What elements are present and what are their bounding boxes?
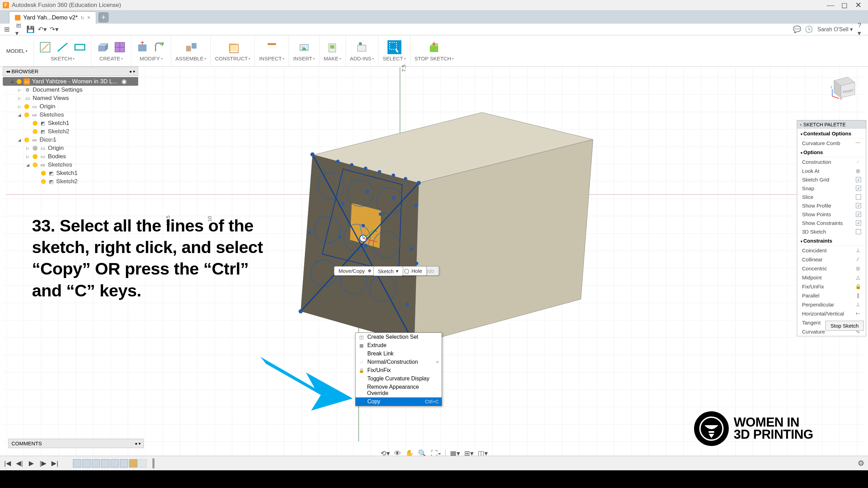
palette-constraint[interactable]: Midpoint△: [797, 273, 866, 282]
browser-item[interactable]: ◩Sketch1: [3, 119, 138, 127]
stop-sketch-icon[interactable]: [427, 40, 441, 54]
palette-section-options[interactable]: Options: [797, 148, 866, 157]
redo-icon[interactable]: ↷▾: [51, 26, 58, 33]
box-icon[interactable]: [113, 40, 127, 54]
browser-item[interactable]: ◩Sketch2: [3, 177, 138, 186]
browser-item[interactable]: ◩Sketch1: [3, 169, 138, 177]
browser-item[interactable]: ▷▭Bodies: [3, 152, 138, 161]
mm-movecopy[interactable]: Move/Copy✥: [334, 266, 377, 276]
timeline-stepfwd[interactable]: |▶: [39, 459, 47, 467]
ribbon-assemble[interactable]: ASSEMBLE: [171, 35, 211, 67]
new-tab-button[interactable]: +: [98, 12, 109, 23]
context-menu-item[interactable]: CopyCtrl+C: [356, 397, 442, 406]
maximize-button[interactable]: ◻: [837, 0, 851, 10]
palette-option[interactable]: 3D Sketch: [797, 227, 866, 236]
context-menu-item[interactable]: Break Link: [356, 350, 442, 358]
job-status-icon[interactable]: 🕓: [806, 26, 812, 33]
make-icon[interactable]: [325, 40, 339, 54]
browser-item[interactable]: ◢▭Sketches: [3, 111, 138, 119]
viewport[interactable]: 7.5 12.5 10: [3, 67, 865, 456]
comments-panel[interactable]: COMMENTS● ▾: [8, 439, 144, 448]
undo-icon[interactable]: ↶▾: [39, 26, 46, 33]
pin-icon[interactable]: ● ▾: [129, 69, 135, 74]
timeline-settings[interactable]: ⚙: [858, 459, 865, 468]
palette-option[interactable]: Show Constraints: [797, 219, 866, 227]
select-icon[interactable]: [387, 40, 401, 54]
presspull-icon[interactable]: [135, 40, 149, 54]
context-menu-item[interactable]: 🔒Fix/UnFix: [356, 366, 442, 375]
ribbon-make[interactable]: MAKE: [319, 35, 346, 67]
palette-constraint[interactable]: Horizontal/Vertical⊢: [797, 309, 866, 318]
palette-header[interactable]: SKETCH PALETTE: [797, 120, 866, 129]
stop-sketch-button[interactable]: Stop Sketch: [825, 321, 864, 331]
palette-option[interactable]: Construction⟋: [797, 157, 866, 166]
workspace-switcher[interactable]: MODEL: [0, 35, 34, 67]
palette-section-constraints[interactable]: Constraints: [797, 236, 866, 246]
close-button[interactable]: ✕: [851, 0, 865, 10]
browser-root[interactable]: ◢▭ Yard Yahtzee - Women in 3D L...◉: [3, 77, 138, 86]
palette-constraint[interactable]: Fix/UnFix🔒: [797, 282, 866, 291]
view-cube[interactable]: FRONT z x: [827, 70, 858, 101]
context-menu-item[interactable]: Toggle Curvature Display: [356, 375, 442, 383]
browser-item[interactable]: ◢▭Dice:1: [3, 136, 138, 144]
document-tab[interactable]: Yard Yah...Demo v2* ↻ ×: [9, 11, 96, 24]
timeline-features[interactable]: [73, 459, 147, 468]
mm-sketch[interactable]: Sketch ▾: [373, 266, 403, 276]
context-menu-item[interactable]: ▦Extrude: [356, 341, 442, 350]
tab-recover-icon[interactable]: ↻: [81, 15, 84, 20]
line-icon[interactable]: [56, 40, 69, 54]
timeline-end[interactable]: ▶|: [51, 459, 59, 467]
ribbon-inspect[interactable]: INSPECT: [255, 35, 289, 67]
palette-constraint[interactable]: Perpendicular⊥: [797, 300, 866, 309]
browser-item[interactable]: ◢▭Sketches: [3, 161, 138, 169]
palette-constraint[interactable]: Collinear⁄: [797, 255, 866, 264]
ribbon-stop-sketch[interactable]: STOP SKETCH: [410, 35, 458, 67]
palette-option[interactable]: Look At◎: [797, 166, 866, 175]
palette-constraint[interactable]: Parallel∥: [797, 291, 866, 300]
ribbon-create[interactable]: CREATE: [91, 35, 131, 67]
timeline-start[interactable]: |◀: [3, 459, 12, 467]
browser-item[interactable]: ◩Sketch2: [3, 127, 138, 136]
palette-option[interactable]: Snap: [797, 184, 866, 193]
palette-option[interactable]: Show Profile: [797, 201, 866, 210]
extrude-icon[interactable]: [95, 40, 109, 54]
ribbon-addins[interactable]: ADD-INS: [346, 35, 379, 67]
data-panel-icon[interactable]: ⊞: [3, 26, 10, 33]
3d-model[interactable]: ⊥⊥⊥ ⊥⊥⊥ ⊥⊥⊥ ▲▲: [291, 100, 586, 353]
minimize-button[interactable]: —: [824, 0, 837, 10]
browser-item[interactable]: ▷▭Named Views: [3, 94, 138, 102]
ribbon-construct[interactable]: CONSTRUCT: [211, 35, 255, 67]
addins-icon[interactable]: [355, 40, 369, 54]
timeline-marker[interactable]: [152, 458, 155, 469]
browser-item[interactable]: ▷▭Origin: [3, 144, 138, 152]
fillet-icon[interactable]: [153, 40, 167, 54]
insert-icon[interactable]: [297, 40, 311, 54]
palette-constraint[interactable]: Coincident⊥: [797, 246, 866, 255]
context-menu-item[interactable]: ◫Create Selection Set: [356, 333, 442, 341]
tab-close-icon[interactable]: ×: [87, 15, 90, 21]
context-menu-item[interactable]: ⟋Normal/Construction×: [356, 358, 442, 366]
extensions-icon[interactable]: 💬: [794, 26, 801, 33]
palette-section-contextual[interactable]: Contextual Options: [797, 129, 866, 138]
construct-icon[interactable]: [226, 40, 240, 54]
rect-icon[interactable]: [73, 40, 87, 54]
timeline-play[interactable]: ▶: [27, 459, 35, 467]
user-menu[interactable]: Sarah O'Sell ▾: [817, 26, 853, 33]
ribbon-insert[interactable]: INSERT: [289, 35, 319, 67]
palette-constraint[interactable]: Concentric◎: [797, 264, 866, 273]
save-icon[interactable]: 💾: [27, 26, 34, 33]
inspect-icon[interactable]: [265, 40, 279, 54]
palette-option[interactable]: Show Points: [797, 210, 866, 219]
timeline-stepback[interactable]: ◀|: [15, 459, 24, 467]
assemble-icon[interactable]: [184, 40, 198, 54]
new-sketch-icon[interactable]: [38, 40, 52, 54]
mm-hole[interactable]: ◯Hole: [399, 266, 427, 276]
ribbon-modify[interactable]: MODIFY: [131, 35, 171, 67]
palette-option[interactable]: Slice: [797, 193, 866, 201]
browser-header[interactable]: BROWSER● ▾: [3, 67, 138, 76]
ribbon-select[interactable]: SELECT: [378, 35, 410, 67]
palette-option[interactable]: Sketch Grid: [797, 175, 866, 184]
context-menu-item[interactable]: Remove Appearance Override: [356, 383, 442, 397]
palette-option[interactable]: Curvature Comb〰: [797, 138, 866, 148]
ribbon-sketch[interactable]: SKETCH: [34, 35, 91, 67]
